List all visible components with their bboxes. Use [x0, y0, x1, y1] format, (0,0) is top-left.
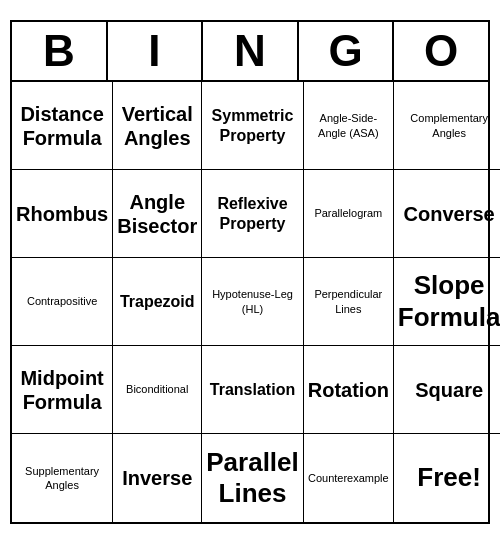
bingo-cell-18: Rotation	[304, 346, 394, 434]
bingo-cell-15: Midpoint Formula	[12, 346, 113, 434]
bingo-card: BINGO Distance FormulaVertical AnglesSym…	[10, 20, 490, 524]
bingo-cell-21: Inverse	[113, 434, 202, 522]
bingo-cell-22: Parallel Lines	[202, 434, 304, 522]
bingo-cell-7: Reflexive Property	[202, 170, 304, 258]
bingo-cell-4: Complementary Angles	[394, 82, 500, 170]
header-letter-o: O	[394, 22, 488, 80]
header-letter-i: I	[108, 22, 204, 80]
bingo-cell-12: Hypotenuse-Leg (HL)	[202, 258, 304, 346]
bingo-cell-19: Square	[394, 346, 500, 434]
bingo-cell-3: Angle-Side-Angle (ASA)	[304, 82, 394, 170]
header-letter-g: G	[299, 22, 395, 80]
header-letter-b: B	[12, 22, 108, 80]
bingo-cell-16: Biconditional	[113, 346, 202, 434]
bingo-cell-10: Contrapositive	[12, 258, 113, 346]
bingo-cell-24: Free!	[394, 434, 500, 522]
bingo-cell-14: Slope Formula	[394, 258, 500, 346]
header-letter-n: N	[203, 22, 299, 80]
bingo-cell-20: Supplementary Angles	[12, 434, 113, 522]
bingo-cell-0: Distance Formula	[12, 82, 113, 170]
bingo-cell-13: Perpendicular Lines	[304, 258, 394, 346]
bingo-cell-17: Translation	[202, 346, 304, 434]
bingo-header: BINGO	[12, 22, 488, 82]
bingo-cell-1: Vertical Angles	[113, 82, 202, 170]
bingo-cell-8: Parallelogram	[304, 170, 394, 258]
bingo-cell-23: Counterexample	[304, 434, 394, 522]
bingo-cell-11: Trapezoid	[113, 258, 202, 346]
bingo-cell-6: Angle Bisector	[113, 170, 202, 258]
bingo-cell-9: Converse	[394, 170, 500, 258]
bingo-cell-2: Symmetric Property	[202, 82, 304, 170]
bingo-grid: Distance FormulaVertical AnglesSymmetric…	[12, 82, 488, 522]
bingo-cell-5: Rhombus	[12, 170, 113, 258]
